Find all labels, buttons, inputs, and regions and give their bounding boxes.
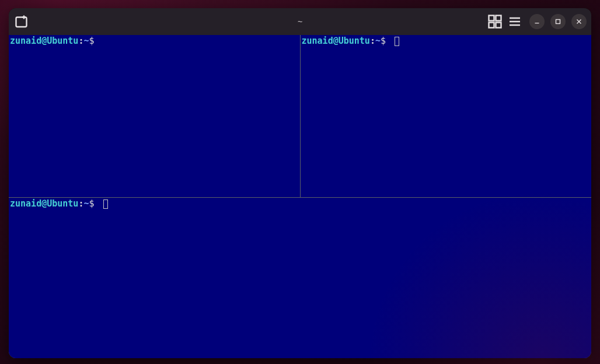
terminal-window: ~ zunaid@Ubuntu:~$ <box>9 8 591 358</box>
maximize-button[interactable] <box>550 14 566 29</box>
svg-rect-1 <box>489 16 494 21</box>
svg-rect-0 <box>16 18 27 27</box>
prompt-symbol: $ <box>381 36 391 47</box>
minimize-button[interactable] <box>529 14 545 29</box>
prompt-symbol: $ <box>89 198 99 209</box>
prompt-line: zunaid@Ubuntu:~$ <box>10 198 590 209</box>
prompt-line: zunaid@Ubuntu:~$ <box>10 36 299 47</box>
prompt-separator: : <box>78 198 83 209</box>
prompt-path: ~ <box>83 36 89 47</box>
svg-rect-4 <box>496 23 501 28</box>
terminal-panes: zunaid@Ubuntu:~$ zunaid@Ubuntu:~$ zunaid… <box>9 35 591 358</box>
terminal-pane-top-right[interactable]: zunaid@Ubuntu:~$ <box>301 35 592 197</box>
menu-button[interactable] <box>506 13 524 30</box>
prompt-symbol: $ <box>89 36 99 47</box>
prompt-separator: : <box>370 36 375 47</box>
window-title: ~ <box>298 17 302 26</box>
new-tab-button[interactable] <box>13 13 31 30</box>
cursor-icon <box>395 37 399 46</box>
prompt-user-host: zunaid@Ubuntu <box>10 198 78 209</box>
titlebar: ~ <box>9 8 591 35</box>
svg-rect-5 <box>556 20 560 24</box>
prompt-separator: : <box>78 36 83 47</box>
close-button[interactable] <box>571 14 587 29</box>
prompt-line: zunaid@Ubuntu:~$ <box>302 36 591 47</box>
svg-rect-3 <box>489 23 494 28</box>
prompt-user-host: zunaid@Ubuntu <box>302 36 370 47</box>
terminal-pane-top-left[interactable]: zunaid@Ubuntu:~$ <box>9 35 300 197</box>
svg-rect-2 <box>496 16 501 21</box>
prompt-path: ~ <box>375 36 381 47</box>
tiling-button[interactable] <box>486 13 504 30</box>
prompt-path: ~ <box>83 198 89 209</box>
prompt-user-host: zunaid@Ubuntu <box>10 36 78 47</box>
terminal-pane-bottom[interactable]: zunaid@Ubuntu:~$ <box>9 198 591 358</box>
cursor-icon <box>103 200 108 209</box>
